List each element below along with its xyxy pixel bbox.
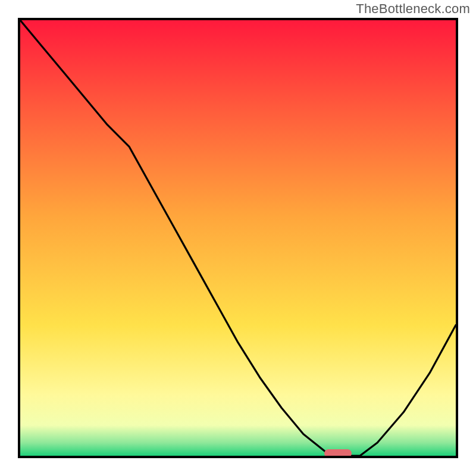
watermark-text: TheBottleneck.com: [356, 1, 470, 17]
chart-container: TheBottleneck.com: [0, 0, 476, 476]
plot-area: [18, 18, 458, 458]
bottleneck-curve: [20, 20, 456, 456]
marker-pill: [324, 449, 352, 458]
